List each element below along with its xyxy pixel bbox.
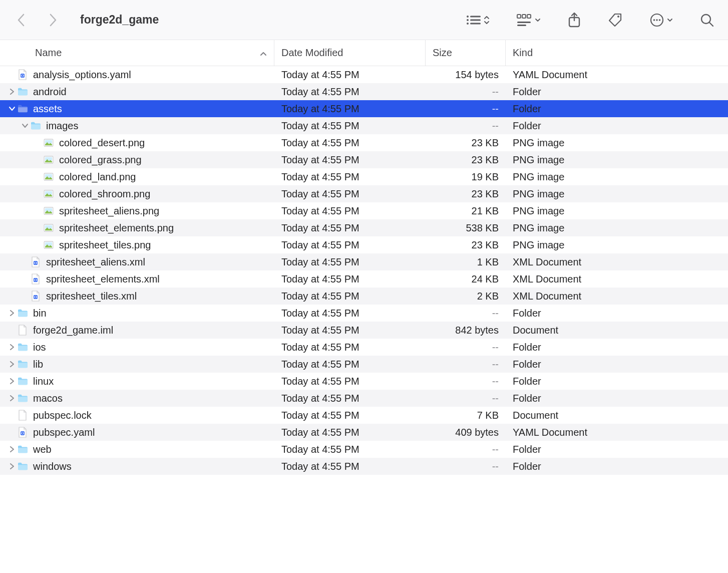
svg-point-0 xyxy=(467,16,469,18)
file-row[interactable]: pubspec.lockToday at 4:55 PM7 KBDocument xyxy=(0,407,728,424)
file-row[interactable]: linuxToday at 4:55 PM--Folder xyxy=(0,373,728,390)
png-image-icon xyxy=(43,188,54,199)
cell-kind: Document xyxy=(506,325,728,336)
svg-point-12 xyxy=(617,16,619,18)
file-row[interactable]: analysis_options.yamlToday at 4:55 PM154… xyxy=(0,66,728,83)
file-row[interactable]: spritesheet_tiles.pngToday at 4:55 PM23 … xyxy=(0,236,728,253)
disclosure-open-icon[interactable] xyxy=(20,123,30,128)
file-name-label: assets xyxy=(33,103,62,115)
action-menu-button[interactable] xyxy=(650,13,673,27)
file-row[interactable]: colored_desert.pngToday at 4:55 PM23 KBP… xyxy=(0,134,728,151)
file-row[interactable]: androidToday at 4:55 PM--Folder xyxy=(0,83,728,100)
cell-name: windows xyxy=(0,461,274,472)
file-row[interactable]: webToday at 4:55 PM--Folder xyxy=(0,441,728,458)
svg-rect-3 xyxy=(470,19,481,21)
cell-name: pubspec.yaml xyxy=(0,427,274,438)
column-header-size[interactable]: Size xyxy=(426,40,506,66)
file-row[interactable]: libToday at 4:55 PM--Folder xyxy=(0,356,728,373)
file-name-label: colored_land.png xyxy=(59,171,136,183)
disclosure-closed-icon[interactable] xyxy=(7,89,17,95)
file-name-label: pubspec.yaml xyxy=(33,427,95,438)
search-button[interactable] xyxy=(700,13,714,27)
nav-arrows xyxy=(14,13,60,27)
tags-button[interactable] xyxy=(608,13,623,28)
column-headers: Name Date Modified Size Kind xyxy=(0,40,728,66)
file-row[interactable]: spritesheet_aliens.pngToday at 4:55 PM21… xyxy=(0,202,728,219)
file-row[interactable]: spritesheet_tiles.xmlToday at 4:55 PM2 K… xyxy=(0,288,728,305)
file-row[interactable]: spritesheet_aliens.xmlToday at 4:55 PM1 … xyxy=(0,253,728,270)
cell-kind: Folder xyxy=(506,120,728,132)
png-image-icon xyxy=(43,154,54,165)
cell-date: Today at 4:55 PM xyxy=(274,444,426,455)
column-header-name[interactable]: Name xyxy=(0,40,274,66)
file-row[interactable]: spritesheet_elements.pngToday at 4:55 PM… xyxy=(0,219,728,236)
file-row[interactable]: iosToday at 4:55 PM--Folder xyxy=(0,339,728,356)
disclosure-closed-icon[interactable] xyxy=(7,463,17,469)
chevron-left-icon xyxy=(17,14,25,27)
folder-icon xyxy=(17,86,28,97)
chevron-down-icon xyxy=(667,18,673,23)
file-row[interactable]: forge2d_game.imlToday at 4:55 PM842 byte… xyxy=(0,322,728,339)
view-list-button[interactable] xyxy=(466,14,490,26)
list-view-icon xyxy=(466,14,481,26)
file-row[interactable]: imagesToday at 4:55 PM--Folder xyxy=(0,117,728,134)
file-row[interactable]: pubspec.yamlToday at 4:55 PM409 bytesYAM… xyxy=(0,424,728,441)
yaml-file-icon xyxy=(17,69,28,80)
nav-back-button[interactable] xyxy=(14,13,28,27)
file-row[interactable]: windowsToday at 4:55 PM--Folder xyxy=(0,458,728,475)
file-name-label: colored_shroom.png xyxy=(59,188,150,200)
png-image-icon xyxy=(43,171,54,182)
file-name-label: linux xyxy=(33,376,54,387)
disclosure-closed-icon[interactable] xyxy=(7,395,17,401)
svg-rect-6 xyxy=(517,15,521,18)
cell-size: -- xyxy=(426,103,506,115)
column-header-date[interactable]: Date Modified xyxy=(274,40,426,66)
png-image-icon xyxy=(43,205,54,216)
file-row[interactable]: colored_land.pngToday at 4:55 PM19 KBPNG… xyxy=(0,168,728,185)
file-row[interactable]: colored_grass.pngToday at 4:55 PM23 KBPN… xyxy=(0,151,728,168)
cell-size: -- xyxy=(426,393,506,404)
folder-icon xyxy=(17,342,28,353)
file-row[interactable]: colored_shroom.pngToday at 4:55 PM23 KBP… xyxy=(0,185,728,202)
file-name-label: spritesheet_elements.png xyxy=(59,222,174,234)
cell-name: spritesheet_aliens.png xyxy=(0,205,274,217)
disclosure-closed-icon[interactable] xyxy=(7,310,17,316)
file-list[interactable]: analysis_options.yamlToday at 4:55 PM154… xyxy=(0,66,728,475)
folder-icon xyxy=(17,461,28,472)
cell-name: web xyxy=(0,444,274,455)
ellipsis-circle-icon xyxy=(650,13,664,27)
file-name-label: spritesheet_elements.xml xyxy=(46,273,160,285)
cell-kind: YAML Document xyxy=(506,427,728,438)
cell-size: -- xyxy=(426,461,506,472)
disclosure-open-icon[interactable] xyxy=(7,106,17,111)
cell-size: -- xyxy=(426,444,506,455)
file-row[interactable]: binToday at 4:55 PM--Folder xyxy=(0,305,728,322)
nav-forward-button[interactable] xyxy=(46,13,60,27)
cell-size: -- xyxy=(426,376,506,387)
toolbar-right xyxy=(466,13,714,28)
cell-name: colored_shroom.png xyxy=(0,188,274,200)
group-button[interactable] xyxy=(517,14,541,26)
file-row[interactable]: spritesheet_elements.xmlToday at 4:55 PM… xyxy=(0,270,728,288)
up-down-caret-icon xyxy=(484,15,490,25)
file-row[interactable]: assetsToday at 4:55 PM--Folder xyxy=(0,100,728,117)
file-row[interactable]: macosToday at 4:55 PM--Folder xyxy=(0,390,728,407)
cell-kind: PNG image xyxy=(506,239,728,251)
cell-size: 7 KB xyxy=(426,410,506,421)
cell-size: 24 KB xyxy=(426,273,506,285)
disclosure-closed-icon[interactable] xyxy=(7,378,17,384)
cell-date: Today at 4:55 PM xyxy=(274,427,426,438)
cell-kind: Folder xyxy=(506,342,728,353)
cell-kind: PNG image xyxy=(506,188,728,200)
share-button[interactable] xyxy=(568,13,581,28)
cell-size: 19 KB xyxy=(426,171,506,183)
cell-name: images xyxy=(0,120,274,132)
column-header-kind[interactable]: Kind xyxy=(506,40,728,66)
window-title: forge2d_game xyxy=(80,13,159,27)
disclosure-closed-icon[interactable] xyxy=(7,446,17,452)
disclosure-closed-icon[interactable] xyxy=(7,344,17,350)
chevron-right-icon xyxy=(49,14,57,27)
cell-kind: XML Document xyxy=(506,273,728,285)
disclosure-closed-icon[interactable] xyxy=(7,361,17,367)
cell-date: Today at 4:55 PM xyxy=(274,359,426,370)
